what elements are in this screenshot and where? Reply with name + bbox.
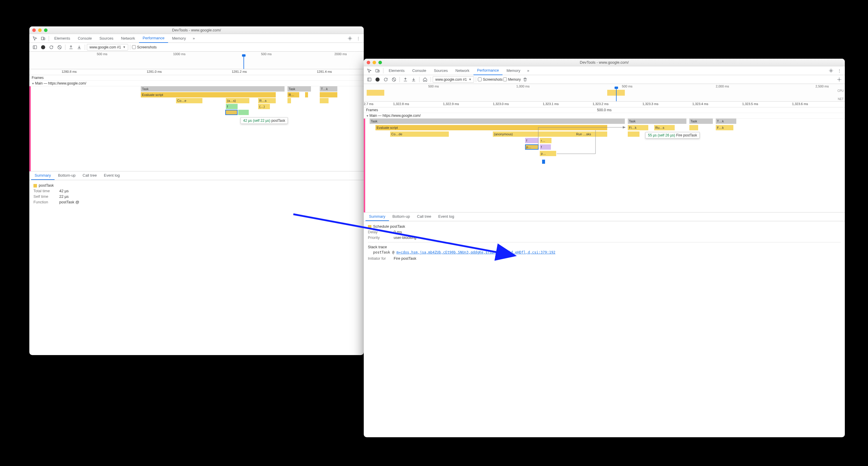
device-toolbar-icon[interactable] (39, 35, 47, 42)
load-marker (29, 86, 31, 171)
detail-ruler[interactable]: 2.7 ms 1,322.8 ms 1,322.9 ms 1,323.0 ms … (364, 101, 845, 108)
flame-run[interactable]: R… (287, 92, 299, 97)
trash-icon[interactable] (521, 76, 529, 83)
settings-icon[interactable] (827, 67, 835, 75)
clear-icon[interactable] (56, 43, 63, 51)
memory-checkbox[interactable]: Memory (503, 78, 521, 82)
record-button[interactable] (39, 43, 47, 51)
flame-r[interactable]: r… (540, 138, 552, 143)
flame-anon[interactable]: (…) (258, 104, 270, 109)
flame-evaluate-script[interactable]: Evaluate script (375, 125, 607, 130)
download-icon[interactable] (410, 76, 417, 83)
settings-icon[interactable] (346, 35, 354, 42)
flame-runs[interactable]: Ru…s (654, 125, 675, 130)
flame-task[interactable]: T…k (320, 86, 337, 92)
tab-sources[interactable]: Sources (96, 34, 117, 43)
flame-evaluate-script[interactable]: Evaluate script (141, 92, 276, 97)
flame-task[interactable]: Task (141, 86, 284, 92)
device-toolbar-icon[interactable] (374, 67, 381, 75)
flame-task[interactable]: Task (689, 119, 713, 124)
flame-f2[interactable]: f (540, 144, 551, 150)
svg-line-0 (293, 214, 513, 255)
detail-tab-summary[interactable]: Summary (31, 171, 55, 180)
flame-task[interactable]: Task (287, 86, 311, 92)
flame-task[interactable]: T…k (716, 119, 736, 124)
reload-record-icon[interactable] (48, 43, 55, 51)
kebab-menu-icon[interactable]: ⋮ (835, 67, 843, 75)
more-tabs-icon[interactable]: » (525, 67, 532, 75)
tab-network[interactable]: Network (452, 66, 473, 75)
inspect-icon[interactable] (31, 35, 39, 42)
home-icon[interactable] (421, 76, 429, 83)
clear-icon[interactable] (390, 76, 398, 83)
detail-tab-bottomup[interactable]: Bottom-up (55, 171, 79, 180)
timeline-overview[interactable]: 500 ms 1,000 ms 500 ms 2,000 ms 2,500 ms… (364, 84, 845, 101)
tab-elements[interactable]: Elements (51, 34, 74, 43)
flame-runsks[interactable]: Run …sks (575, 132, 607, 137)
tab-console[interactable]: Console (409, 66, 430, 75)
tab-console[interactable]: Console (74, 34, 95, 43)
frames-track-header[interactable]: Frames 500.0 ms (364, 108, 845, 113)
tab-network[interactable]: Network (118, 34, 139, 43)
traffic-lights[interactable] (367, 61, 382, 64)
svg-rect-9 (368, 78, 371, 81)
flame-f[interactable]: f (525, 138, 538, 143)
reload-record-icon[interactable] (382, 76, 390, 83)
traffic-lights[interactable] (32, 28, 48, 32)
flame-call[interactable]: R…s (258, 98, 276, 103)
tab-performance[interactable]: Performance (139, 34, 168, 43)
flame-fire[interactable]: Fi…k (628, 125, 648, 130)
detail-tab-eventlog[interactable]: Event log (100, 171, 123, 180)
flame-call[interactable]: Co…e (176, 98, 203, 103)
playhead[interactable] (244, 56, 244, 69)
minimize-icon[interactable] (373, 61, 376, 64)
tab-memory[interactable]: Memory (169, 34, 189, 43)
timeline-overview[interactable]: 500 ms 1000 ms 500 ms 2000 ms (29, 52, 364, 69)
flame-chart[interactable]: Task Task T…k Evaluate script R… Co…e (a… (29, 86, 364, 171)
flame-fk[interactable]: F…k (716, 125, 733, 130)
flame-anon[interactable]: (anonymous) (493, 132, 581, 137)
minimize-icon[interactable] (38, 28, 42, 32)
flame-selected-schedule-posttask[interactable]: p… (525, 144, 538, 150)
upload-icon[interactable] (402, 76, 409, 83)
titlebar[interactable]: DevTools - www.google.com/ (29, 26, 364, 34)
flame-chart[interactable]: Task Task Task T…k Evaluate script Fi…k … (364, 119, 845, 212)
screenshots-checkbox[interactable]: Screenshots (132, 45, 157, 49)
more-tabs-icon[interactable]: » (190, 35, 198, 42)
zoom-icon[interactable] (44, 28, 48, 32)
flame-tooltip: 55 µs (self 26 µs) Fire postTask (645, 132, 700, 139)
titlebar[interactable]: DevTools - www.google.com/ (364, 59, 845, 66)
main-track-header[interactable]: Main — https://www.google.com/ (364, 113, 845, 119)
detail-tab-calltree[interactable]: Call tree (79, 171, 100, 180)
flame-selected-posttask[interactable] (225, 110, 238, 115)
upload-icon[interactable] (67, 43, 75, 51)
close-icon[interactable] (367, 61, 370, 64)
flame-code[interactable]: Co…de (390, 132, 449, 137)
tab-sources[interactable]: Sources (430, 66, 452, 75)
detail-ruler[interactable]: 1280.8 ms 1281.0 ms 1281.2 ms 1281.4 ms (29, 69, 364, 75)
recording-select[interactable]: www.google.com #1 ▼ (87, 44, 128, 51)
flame-task[interactable]: Task (370, 119, 625, 124)
svg-point-11 (839, 79, 840, 80)
flame-p2[interactable]: p… (540, 151, 556, 156)
record-button[interactable] (374, 76, 381, 83)
toggle-panel-icon[interactable] (366, 76, 373, 83)
tab-memory[interactable]: Memory (503, 66, 524, 75)
toggle-panel-icon[interactable] (31, 43, 39, 51)
zoom-icon[interactable] (378, 61, 382, 64)
screenshots-checkbox[interactable]: Screenshots (478, 78, 502, 82)
recording-select[interactable]: www.google.com #1 ▼ (433, 76, 474, 83)
flame-f[interactable]: f (226, 104, 238, 109)
flame-call[interactable]: (a…s) (226, 98, 249, 103)
close-icon[interactable] (32, 28, 36, 32)
tab-elements[interactable]: Elements (385, 66, 408, 75)
download-icon[interactable] (75, 43, 83, 51)
tab-performance[interactable]: Performance (473, 66, 502, 75)
capture-settings-icon[interactable] (835, 76, 843, 83)
main-track-header[interactable]: Main — https://www.google.com/ (29, 81, 364, 86)
inspect-icon[interactable] (366, 67, 373, 75)
playhead[interactable] (616, 88, 617, 101)
frames-track-header[interactable]: Frames (29, 75, 364, 81)
flame-task[interactable]: Task (628, 119, 686, 124)
kebab-menu-icon[interactable]: ⋮ (354, 35, 362, 42)
